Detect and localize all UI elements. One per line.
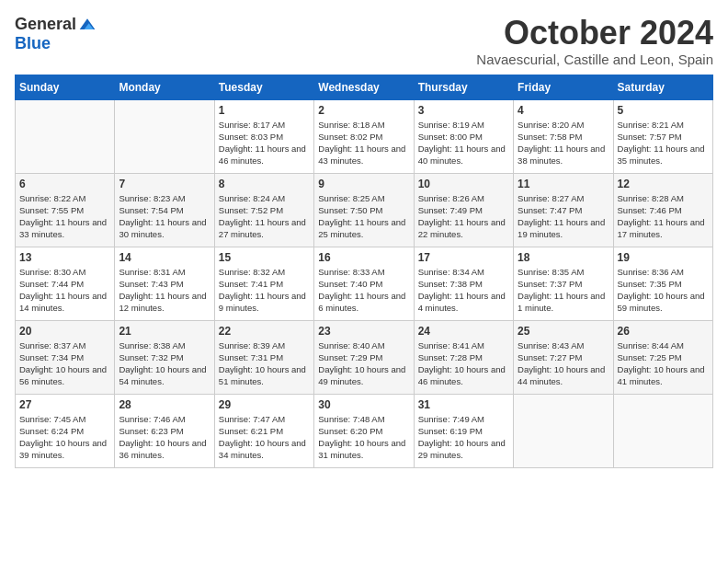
calendar-cell [16, 99, 115, 173]
cell-content: Sunrise: 8:26 AMSunset: 7:49 PMDaylight:… [418, 192, 509, 241]
day-of-week-header: Tuesday [214, 75, 313, 99]
day-number: 31 [418, 398, 509, 411]
cell-content: Sunrise: 7:46 AMSunset: 6:23 PMDaylight:… [119, 413, 210, 462]
calendar-cell [613, 394, 712, 467]
day-number: 21 [119, 325, 210, 338]
cell-content: Sunrise: 7:47 AMSunset: 6:21 PMDaylight:… [219, 413, 310, 462]
calendar-cell: 31Sunrise: 7:49 AMSunset: 6:19 PMDayligh… [414, 394, 513, 467]
calendar-cell: 11Sunrise: 8:27 AMSunset: 7:47 PMDayligh… [514, 173, 613, 247]
cell-content: Sunrise: 8:28 AMSunset: 7:46 PMDaylight:… [618, 192, 709, 241]
day-number: 7 [119, 178, 210, 190]
day-of-week-header: Thursday [414, 75, 513, 99]
cell-content: Sunrise: 8:19 AMSunset: 8:00 PMDaylight:… [418, 119, 509, 167]
day-number: 19 [618, 251, 709, 264]
calendar-cell: 16Sunrise: 8:33 AMSunset: 7:40 PMDayligh… [314, 247, 414, 320]
cell-content: Sunrise: 8:18 AMSunset: 8:02 PMDaylight:… [318, 119, 409, 167]
day-number: 17 [418, 251, 509, 264]
calendar-cell: 30Sunrise: 7:48 AMSunset: 6:20 PMDayligh… [314, 394, 414, 467]
calendar-body: 1Sunrise: 8:17 AMSunset: 8:03 PMDaylight… [16, 99, 713, 467]
calendar-cell: 6Sunrise: 8:22 AMSunset: 7:55 PMDaylight… [16, 173, 115, 247]
day-number: 6 [19, 178, 110, 190]
calendar-cell: 25Sunrise: 8:43 AMSunset: 7:27 PMDayligh… [514, 320, 613, 394]
cell-content: Sunrise: 8:20 AMSunset: 7:58 PMDaylight:… [518, 119, 609, 167]
logo-icon [78, 16, 97, 34]
cell-content: Sunrise: 8:36 AMSunset: 7:35 PMDaylight:… [618, 266, 709, 315]
day-number: 20 [19, 325, 110, 338]
cell-content: Sunrise: 8:35 AMSunset: 7:37 PMDaylight:… [518, 266, 609, 315]
cell-content: Sunrise: 8:33 AMSunset: 7:40 PMDaylight:… [318, 266, 409, 315]
day-number: 26 [618, 325, 709, 338]
cell-content: Sunrise: 8:44 AMSunset: 7:25 PMDaylight:… [618, 339, 709, 388]
calendar-cell: 29Sunrise: 7:47 AMSunset: 6:21 PMDayligh… [214, 394, 313, 467]
calendar-cell: 5Sunrise: 8:21 AMSunset: 7:57 PMDaylight… [613, 99, 712, 173]
cell-content: Sunrise: 8:34 AMSunset: 7:38 PMDaylight:… [418, 266, 509, 315]
cell-content: Sunrise: 8:37 AMSunset: 7:34 PMDaylight:… [19, 339, 110, 388]
calendar-cell: 10Sunrise: 8:26 AMSunset: 7:49 PMDayligh… [414, 173, 513, 247]
calendar-cell: 2Sunrise: 8:18 AMSunset: 8:02 PMDaylight… [314, 99, 414, 173]
cell-content: Sunrise: 8:43 AMSunset: 7:27 PMDaylight:… [518, 339, 609, 388]
logo-general: General [15, 15, 76, 34]
day-number: 28 [119, 398, 210, 411]
day-number: 24 [418, 325, 509, 338]
cell-content: Sunrise: 8:23 AMSunset: 7:54 PMDaylight:… [119, 192, 210, 241]
calendar-cell: 8Sunrise: 8:24 AMSunset: 7:52 PMDaylight… [214, 173, 313, 247]
day-number: 29 [219, 398, 310, 411]
day-number: 27 [19, 398, 110, 411]
day-of-week-header: Sunday [16, 75, 115, 99]
day-of-week-header: Saturday [613, 75, 712, 99]
calendar-cell [115, 99, 214, 173]
day-number: 9 [318, 178, 409, 190]
calendar-cell: 13Sunrise: 8:30 AMSunset: 7:44 PMDayligh… [16, 247, 115, 320]
cell-content: Sunrise: 8:32 AMSunset: 7:41 PMDaylight:… [219, 266, 310, 315]
calendar-week-row: 27Sunrise: 7:45 AMSunset: 6:24 PMDayligh… [16, 394, 713, 467]
header-row: SundayMondayTuesdayWednesdayThursdayFrid… [16, 75, 713, 99]
day-of-week-header: Wednesday [314, 75, 414, 99]
calendar-cell [514, 394, 613, 467]
calendar-cell: 20Sunrise: 8:37 AMSunset: 7:34 PMDayligh… [16, 320, 115, 394]
day-number: 14 [119, 251, 210, 264]
calendar-cell: 24Sunrise: 8:41 AMSunset: 7:28 PMDayligh… [414, 320, 513, 394]
cell-content: Sunrise: 8:30 AMSunset: 7:44 PMDaylight:… [19, 266, 110, 315]
calendar-cell: 7Sunrise: 8:23 AMSunset: 7:54 PMDaylight… [115, 173, 214, 247]
calendar-table: SundayMondayTuesdayWednesdayThursdayFrid… [15, 75, 713, 468]
calendar-cell: 3Sunrise: 8:19 AMSunset: 8:00 PMDaylight… [414, 99, 513, 173]
logo-blue: Blue [15, 34, 51, 53]
calendar-week-row: 6Sunrise: 8:22 AMSunset: 7:55 PMDaylight… [16, 173, 713, 247]
day-number: 5 [618, 104, 709, 117]
cell-content: Sunrise: 8:22 AMSunset: 7:55 PMDaylight:… [19, 192, 110, 241]
cell-content: Sunrise: 8:25 AMSunset: 7:50 PMDaylight:… [318, 192, 409, 241]
calendar-week-row: 1Sunrise: 8:17 AMSunset: 8:03 PMDaylight… [16, 99, 713, 173]
day-of-week-header: Friday [514, 75, 613, 99]
cell-content: Sunrise: 8:24 AMSunset: 7:52 PMDaylight:… [219, 192, 310, 241]
cell-content: Sunrise: 8:21 AMSunset: 7:57 PMDaylight:… [618, 119, 709, 167]
day-number: 1 [219, 104, 310, 117]
day-number: 15 [219, 251, 310, 264]
cell-content: Sunrise: 7:48 AMSunset: 6:20 PMDaylight:… [318, 413, 409, 462]
day-number: 2 [318, 104, 409, 117]
calendar-cell: 21Sunrise: 8:38 AMSunset: 7:32 PMDayligh… [115, 320, 214, 394]
calendar-cell: 19Sunrise: 8:36 AMSunset: 7:35 PMDayligh… [613, 247, 712, 320]
day-number: 18 [518, 251, 609, 264]
day-number: 10 [418, 178, 509, 190]
calendar-cell: 28Sunrise: 7:46 AMSunset: 6:23 PMDayligh… [115, 394, 214, 467]
cell-content: Sunrise: 7:45 AMSunset: 6:24 PMDaylight:… [19, 413, 110, 462]
logo: General Blue [15, 15, 97, 53]
location-subtitle: Navaescurial, Castille and Leon, Spain [476, 52, 713, 67]
day-number: 25 [518, 325, 609, 338]
cell-content: Sunrise: 8:27 AMSunset: 7:47 PMDaylight:… [518, 192, 609, 241]
calendar-cell: 17Sunrise: 8:34 AMSunset: 7:38 PMDayligh… [414, 247, 513, 320]
day-number: 22 [219, 325, 310, 338]
day-number: 4 [518, 104, 609, 117]
calendar-cell: 27Sunrise: 7:45 AMSunset: 6:24 PMDayligh… [16, 394, 115, 467]
page-header: General Blue October 2024 Navaescurial, … [15, 15, 713, 67]
day-number: 11 [518, 178, 609, 190]
calendar-cell: 12Sunrise: 8:28 AMSunset: 7:46 PMDayligh… [613, 173, 712, 247]
calendar-cell: 23Sunrise: 8:40 AMSunset: 7:29 PMDayligh… [314, 320, 414, 394]
day-number: 12 [618, 178, 709, 190]
day-of-week-header: Monday [115, 75, 214, 99]
calendar-cell: 18Sunrise: 8:35 AMSunset: 7:37 PMDayligh… [514, 247, 613, 320]
calendar-cell: 4Sunrise: 8:20 AMSunset: 7:58 PMDaylight… [514, 99, 613, 173]
day-number: 16 [318, 251, 409, 264]
calendar-cell: 9Sunrise: 8:25 AMSunset: 7:50 PMDaylight… [314, 173, 414, 247]
calendar-cell: 14Sunrise: 8:31 AMSunset: 7:43 PMDayligh… [115, 247, 214, 320]
